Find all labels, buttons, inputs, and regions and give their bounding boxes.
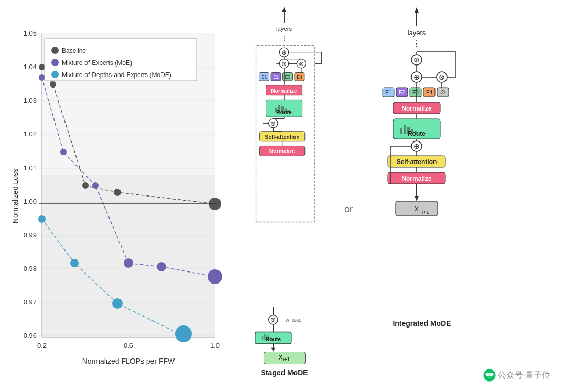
svg-text:X: X xyxy=(415,205,419,213)
svg-text:1.05: 1.05 xyxy=(24,29,37,37)
svg-marker-51 xyxy=(282,7,286,12)
svg-point-36 xyxy=(157,262,166,271)
integrated-diagram: layers ⋮ ⊕ ⊗ ⊕ E1 E2 E3 E4 ∅ N xyxy=(364,5,480,377)
svg-point-29 xyxy=(82,182,89,189)
svg-marker-165 xyxy=(415,196,419,201)
svg-text:Normalize: Normalize xyxy=(269,148,296,154)
chart-area: 1.05 1.04 1.03 1.02 1.01 1.00 0.99 0.98 … xyxy=(10,18,231,374)
svg-text:Route: Route xyxy=(276,110,292,115)
svg-rect-139 xyxy=(404,125,406,134)
svg-text:⊗: ⊗ xyxy=(439,73,445,81)
svg-text:0.99: 0.99 xyxy=(24,231,37,239)
svg-text:⊗: ⊗ xyxy=(299,60,304,68)
svg-point-46 xyxy=(51,59,59,66)
or-label: or xyxy=(338,204,359,215)
staged-diagram: layers ⋮ ⊕ ⊗ ⊕ E1 E2 E3 E4 xyxy=(236,5,333,377)
svg-point-174 xyxy=(490,374,491,375)
svg-marker-116 xyxy=(415,7,419,13)
svg-rect-138 xyxy=(400,128,402,134)
svg-rect-1 xyxy=(42,175,215,337)
svg-text:E1: E1 xyxy=(385,90,392,95)
svg-text:E4: E4 xyxy=(297,74,302,80)
svg-text:E2: E2 xyxy=(399,90,406,95)
svg-text:0.97: 0.97 xyxy=(24,298,37,306)
svg-point-27 xyxy=(39,64,45,70)
svg-text:⊕: ⊕ xyxy=(413,73,420,81)
svg-point-48 xyxy=(51,71,59,78)
svg-text:⊕: ⊕ xyxy=(413,56,420,64)
svg-point-28 xyxy=(50,81,56,88)
svg-text:Normalize: Normalize xyxy=(271,88,297,94)
svg-point-40 xyxy=(112,298,123,309)
svg-point-33 xyxy=(60,149,67,155)
svg-text:⊕: ⊕ xyxy=(270,120,276,127)
svg-text:1.02: 1.02 xyxy=(24,130,37,138)
svg-text:⋮: ⋮ xyxy=(280,34,288,42)
svg-text:0.6: 0.6 xyxy=(124,342,133,350)
svg-point-39 xyxy=(70,259,79,267)
svg-text:⊕: ⊕ xyxy=(270,317,276,324)
x-axis-label: Normalized FLOPs per FFW xyxy=(82,357,175,365)
svg-text:1.03: 1.03 xyxy=(24,96,37,104)
svg-text:∅: ∅ xyxy=(440,89,445,95)
svg-text:E1: E1 xyxy=(262,74,267,80)
svg-text:0.96: 0.96 xyxy=(24,332,37,340)
svg-point-32 xyxy=(39,74,45,81)
svg-point-175 xyxy=(491,374,492,375)
svg-text:E4: E4 xyxy=(426,90,433,95)
svg-text:0.2: 0.2 xyxy=(37,342,47,350)
svg-text:Baseline: Baseline xyxy=(62,47,86,55)
staged-caption: Staged MoDE xyxy=(260,368,308,377)
svg-text:layers: layers xyxy=(276,26,292,32)
svg-text:⊕: ⊕ xyxy=(281,60,287,68)
svg-text:Self-attention: Self-attention xyxy=(397,158,437,166)
y-axis-label: Normalized Loss xyxy=(11,169,19,223)
svg-text:w=0.65: w=0.65 xyxy=(285,318,302,323)
svg-point-35 xyxy=(124,258,133,268)
svg-point-171 xyxy=(489,373,494,376)
svg-point-172 xyxy=(486,374,487,375)
svg-point-41 xyxy=(175,325,192,342)
svg-text:1.00: 1.00 xyxy=(24,198,37,205)
svg-point-38 xyxy=(38,215,46,223)
svg-text:Self-attention: Self-attention xyxy=(265,134,300,140)
svg-text:1.0: 1.0 xyxy=(210,342,220,350)
main-container: 1.05 1.04 1.03 1.02 1.01 1.00 0.99 0.98 … xyxy=(0,0,566,392)
svg-text:⊕: ⊕ xyxy=(281,49,287,56)
svg-text:Normalize: Normalize xyxy=(401,175,432,182)
svg-point-34 xyxy=(92,182,99,189)
svg-text:i+1: i+1 xyxy=(422,210,429,215)
svg-point-44 xyxy=(51,47,59,54)
svg-text:0.98: 0.98 xyxy=(24,265,37,273)
integrated-caption: Integrated MoDE xyxy=(393,319,451,328)
svg-text:1.01: 1.01 xyxy=(24,164,37,172)
svg-text:layers: layers xyxy=(408,29,426,37)
svg-text:Mixture-of-Experts (MoE): Mixture-of-Experts (MoE) xyxy=(62,59,132,67)
svg-text:E2: E2 xyxy=(273,74,279,80)
staged-input-box: Xi+1 xyxy=(264,352,306,364)
svg-marker-114 xyxy=(271,348,275,352)
svg-text:⊕: ⊕ xyxy=(413,142,420,150)
svg-point-37 xyxy=(208,269,222,284)
svg-point-173 xyxy=(488,374,489,375)
svg-text:Route: Route xyxy=(266,336,281,342)
svg-text:Normalize: Normalize xyxy=(401,105,432,112)
svg-point-30 xyxy=(114,189,121,196)
svg-text:E3: E3 xyxy=(412,90,419,95)
svg-text:1.04: 1.04 xyxy=(24,63,37,71)
svg-text:Route: Route xyxy=(408,130,426,137)
svg-text:E3: E3 xyxy=(285,74,291,80)
svg-text:Mixture-of-Depths-and-Experts : Mixture-of-Depths-and-Experts (MoDE) xyxy=(62,71,171,79)
svg-rect-108 xyxy=(262,336,263,340)
watermark: 公众号·量子位 xyxy=(483,369,550,382)
svg-text:⋮: ⋮ xyxy=(412,39,421,48)
